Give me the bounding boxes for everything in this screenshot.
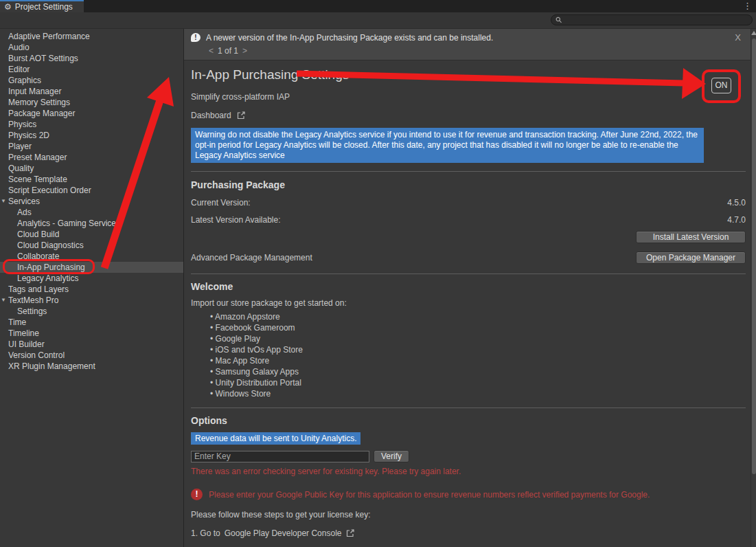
sidebar-item-ads[interactable]: Ads <box>0 207 183 218</box>
sidebar-item-script-execution-order[interactable]: Script Execution Order <box>0 185 183 196</box>
sidebar-item-tags-and-layers[interactable]: Tags and Layers <box>0 284 183 295</box>
title-bar: ⚙ Project Settings ⋮ <box>0 0 756 12</box>
sidebar-item-in-app-purchasing[interactable]: In-App Purchasing <box>0 262 183 273</box>
sidebar-item-xr-plugin-management[interactable]: XR Plugin Management <box>0 361 183 372</box>
divider <box>191 408 746 408</box>
sidebar-item-timeline[interactable]: Timeline <box>0 328 183 339</box>
sidebar-item-label: Audio <box>8 43 30 52</box>
sidebar-item-graphics[interactable]: Graphics <box>0 75 183 86</box>
search-input[interactable] <box>565 16 748 24</box>
toolbar <box>0 12 756 29</box>
settings-content: ! A newer version of the In-App Purchasi… <box>183 29 756 547</box>
sidebar-item-quality[interactable]: Quality <box>0 163 183 174</box>
welcome-intro: Import our store package to get started … <box>191 298 746 308</box>
sidebar-item-audio[interactable]: Audio <box>0 42 183 53</box>
sidebar-item-label: Preset Manager <box>8 153 67 162</box>
pager-next-icon[interactable]: > <box>242 46 247 56</box>
scroll-up-icon[interactable] <box>751 31 756 35</box>
sidebar-item-cloud-diagnostics[interactable]: Cloud Diagnostics <box>0 240 183 251</box>
page-title: In-App Purchasing Settings <box>191 67 746 82</box>
sidebar-item-label: Ads <box>17 208 32 217</box>
sidebar-item-label: Collaborate <box>17 252 59 261</box>
sidebar-item-label: Physics <box>8 120 36 129</box>
sidebar-item-physics[interactable]: Physics <box>0 119 183 130</box>
sidebar-item-memory-settings[interactable]: Memory Settings <box>0 97 183 108</box>
sidebar-item-label: Physics 2D <box>8 131 49 140</box>
verify-button[interactable]: Verify <box>374 450 409 462</box>
sidebar-item-label: Tags and Layers <box>8 284 69 294</box>
sidebar-item-version-control[interactable]: Version Control <box>0 350 183 361</box>
settings-sidebar: Adaptive PerformanceAudioBurst AOT Setti… <box>0 29 183 547</box>
sidebar-item-package-manager[interactable]: Package Manager <box>0 108 183 119</box>
sidebar-item-physics-2d[interactable]: Physics 2D <box>0 130 183 141</box>
legacy-analytics-warning: Warning do not disable the Legacy Analyt… <box>191 128 704 163</box>
sidebar-item-scene-template[interactable]: Scene Template <box>0 174 183 185</box>
sidebar-item-label: Legacy Analytics <box>17 274 78 283</box>
sidebar-item-label: UI Builder <box>8 339 45 349</box>
vertical-scrollbar[interactable] <box>751 29 756 547</box>
iap-on-toggle[interactable]: ON <box>711 78 731 93</box>
pager-prev-icon[interactable]: < <box>209 46 214 56</box>
sidebar-item-services[interactable]: ▼Services <box>0 196 183 207</box>
store-list-item: Google Play <box>191 333 746 344</box>
sidebar-item-label: Player <box>8 142 32 151</box>
analytics-notice: Revenue data will be sent to Unity Analy… <box>191 432 360 445</box>
sidebar-item-label: Script Execution Order <box>8 186 91 195</box>
open-package-manager-button[interactable]: Open Package Manager <box>636 252 746 264</box>
latest-version-value: 4.7.0 <box>727 215 746 225</box>
install-latest-version-button[interactable]: Install Latest Version <box>636 231 746 243</box>
sidebar-item-label: Cloud Build <box>17 230 59 239</box>
sidebar-item-ui-builder[interactable]: UI Builder <box>0 339 183 350</box>
sidebar-item-label: Cloud Diagnostics <box>17 241 84 250</box>
store-list-item: Amazon Appstore <box>191 311 746 322</box>
sidebar-item-label: Editor <box>8 65 30 74</box>
sidebar-item-label: Time <box>8 317 26 327</box>
sidebar-item-player[interactable]: Player <box>0 141 183 152</box>
sidebar-item-label: Memory Settings <box>8 98 70 107</box>
sidebar-item-preset-manager[interactable]: Preset Manager <box>0 152 183 163</box>
sidebar-item-label: Graphics <box>8 76 41 85</box>
sidebar-item-time[interactable]: Time <box>0 317 183 328</box>
sidebar-item-legacy-analytics[interactable]: Legacy Analytics <box>0 273 183 284</box>
sidebar-item-collaborate[interactable]: Collaborate <box>0 251 183 262</box>
scrollbar-thumb[interactable] <box>752 38 756 474</box>
sidebar-item-label: Scene Template <box>8 175 67 184</box>
welcome-header: Welcome <box>191 281 746 292</box>
google-play-console-link[interactable]: Google Play Developer Console <box>225 528 342 538</box>
foldout-triangle-icon[interactable]: ▼ <box>1 196 6 207</box>
foldout-triangle-icon[interactable]: ▼ <box>1 295 6 306</box>
sidebar-item-editor[interactable]: Editor <box>0 64 183 75</box>
sidebar-item-burst-aot-settings[interactable]: Burst AOT Settings <box>0 53 183 64</box>
sidebar-item-cloud-build[interactable]: Cloud Build <box>0 229 183 240</box>
sidebar-item-label: Settings <box>17 306 47 316</box>
store-list-item: Unity Distribution Portal <box>191 377 746 388</box>
sidebar-item-label: XR Plugin Management <box>8 361 95 371</box>
notification-pager: < 1 of 1 > <box>209 46 741 56</box>
store-list-item: Facebook Gameroom <box>191 322 746 333</box>
dashboard-link[interactable]: Dashboard <box>191 111 231 120</box>
sidebar-item-analytics-gaming-services[interactable]: Analytics - Gaming Services <box>0 218 183 229</box>
simplify-iap-label: Simplify cross-platform IAP <box>191 92 746 102</box>
notification-close-icon[interactable]: X <box>735 32 741 43</box>
enter-key-input[interactable] <box>191 451 369 462</box>
gear-icon: ⚙ <box>4 3 12 11</box>
sidebar-item-label: Package Manager <box>8 109 75 118</box>
sidebar-item-adaptive-performance[interactable]: Adaptive Performance <box>0 31 183 42</box>
external-link-icon[interactable] <box>236 111 246 120</box>
sidebar-item-input-manager[interactable]: Input Manager <box>0 86 183 97</box>
error-circle-icon: ! <box>191 489 203 500</box>
tab-project-settings[interactable]: ⚙ Project Settings <box>0 0 84 12</box>
store-list-item: Mac App Store <box>191 355 746 366</box>
sidebar-list: Adaptive PerformanceAudioBurst AOT Setti… <box>0 31 183 372</box>
sidebar-item-label: Analytics - Gaming Services <box>17 219 120 228</box>
divider <box>191 274 746 274</box>
divider <box>191 171 746 172</box>
sidebar-item-label: In-App Purchasing <box>17 263 85 272</box>
store-list-item: iOS and tvOs App Store <box>191 344 746 355</box>
step1-prefix: 1. Go to <box>191 528 220 538</box>
sidebar-item-textmesh-pro[interactable]: ▼TextMesh Pro <box>0 295 183 306</box>
sidebar-item-settings[interactable]: Settings <box>0 306 183 317</box>
search-box[interactable] <box>551 14 753 25</box>
kebab-menu-icon[interactable]: ⋮ <box>743 1 752 11</box>
external-link-icon[interactable] <box>345 528 355 538</box>
